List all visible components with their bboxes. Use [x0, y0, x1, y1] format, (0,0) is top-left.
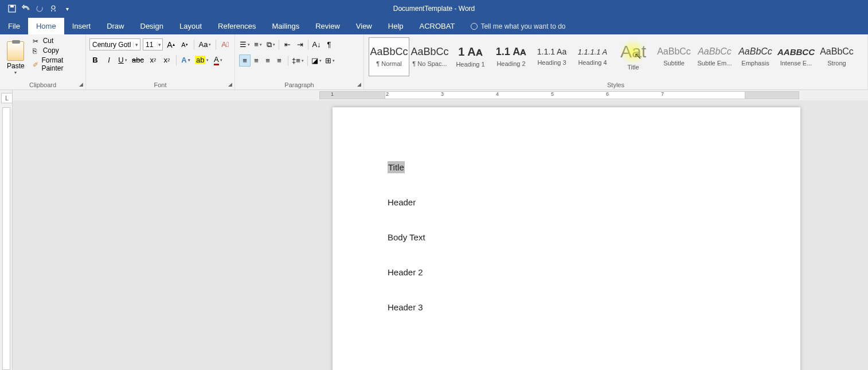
- ruler-number: 1: [331, 91, 334, 97]
- font-name-input[interactable]: [90, 41, 133, 49]
- document-line[interactable]: Header 3: [388, 302, 745, 312]
- text-effects-button[interactable]: A▾: [180, 54, 191, 66]
- tab-design[interactable]: Design: [132, 18, 171, 34]
- underline-button[interactable]: U▾: [117, 54, 128, 66]
- style-preview: 1.1.1 Aa: [537, 48, 566, 56]
- paragraph-launcher[interactable]: ◢: [355, 81, 362, 88]
- multilevel-button[interactable]: ⧉▾: [265, 38, 276, 50]
- tell-me-search[interactable]: Tell me what you want to do: [463, 18, 573, 34]
- copy-icon: ⎘: [33, 47, 41, 54]
- style-title[interactable]: AatTitle↖: [613, 37, 654, 76]
- align-left-button[interactable]: ≡: [239, 54, 251, 67]
- decrease-indent-button[interactable]: ⇤: [281, 38, 293, 50]
- style--no-spac-[interactable]: AaBbCc¶ No Spac...: [409, 37, 450, 76]
- justify-button[interactable]: ≡: [273, 54, 285, 67]
- font-name-combo[interactable]: ▾: [89, 38, 140, 50]
- scissors-icon: ✂: [33, 37, 41, 44]
- clipboard-launcher[interactable]: ◢: [77, 81, 84, 88]
- style-preview: AaBbCc: [820, 47, 854, 56]
- workspace: L 1234567 TitleHeaderBody TextHeader 2He…: [0, 90, 868, 370]
- bullets-button[interactable]: ☰▾: [238, 38, 251, 50]
- tab-layout[interactable]: Layout: [171, 18, 210, 34]
- clear-formatting-button[interactable]: A⃓: [220, 38, 231, 50]
- chevron-down-icon[interactable]: ▾: [133, 42, 140, 48]
- tab-home[interactable]: Home: [28, 18, 64, 34]
- style-subtitle[interactable]: AaBbCcSubtitle: [654, 37, 694, 76]
- show-marks-button[interactable]: ¶: [323, 38, 335, 50]
- save-icon[interactable]: [8, 5, 16, 13]
- style-subtle-em-[interactable]: AaBbCcSubtle Em...: [694, 37, 735, 76]
- style-label: ¶ No Spac...: [411, 60, 448, 67]
- style--normal[interactable]: AaBbCc¶ Normal: [369, 37, 409, 76]
- align-center-button[interactable]: ≡: [251, 54, 262, 67]
- format-painter-button[interactable]: ✐Format Painter: [30, 56, 82, 73]
- document-line[interactable]: Body Text: [388, 232, 745, 242]
- style-emphasis[interactable]: AaBbCcEmphasis: [735, 37, 776, 76]
- paste-button[interactable]: Paste ▾: [3, 36, 28, 80]
- tab-acrobat[interactable]: ACROBAT: [412, 18, 463, 34]
- borders-button[interactable]: ⊞▾: [324, 54, 336, 67]
- highlight-button[interactable]: ab▾: [194, 54, 210, 66]
- redo-icon[interactable]: [36, 5, 44, 13]
- qat-customize-icon[interactable]: ▾: [63, 5, 71, 13]
- style-preview: AaBbCc: [738, 47, 772, 56]
- font-size-input[interactable]: [143, 41, 157, 49]
- undo-icon[interactable]: [22, 5, 30, 13]
- tab-review[interactable]: Review: [307, 18, 348, 34]
- numbering-button[interactable]: ≡▾: [252, 38, 264, 50]
- quick-access-toolbar: ▾: [0, 5, 71, 13]
- style-label: Strong: [818, 60, 855, 67]
- grow-font-button[interactable]: A▴: [165, 38, 177, 50]
- paste-label: Paste: [7, 62, 25, 70]
- svg-point-3: [52, 6, 55, 9]
- touch-mode-icon[interactable]: [49, 5, 57, 13]
- tab-insert[interactable]: Insert: [64, 18, 99, 34]
- italic-button[interactable]: I: [103, 54, 115, 66]
- superscript-button[interactable]: x2: [161, 54, 173, 66]
- tab-selector[interactable]: L: [1, 93, 13, 103]
- tab-draw[interactable]: Draw: [99, 18, 132, 34]
- font-color-button[interactable]: A▾: [212, 54, 224, 66]
- align-right-button[interactable]: ≡: [262, 54, 273, 67]
- tab-references[interactable]: References: [210, 18, 264, 34]
- document-line[interactable]: Header 2: [388, 267, 745, 277]
- strikethrough-button[interactable]: abc: [131, 54, 145, 66]
- group-styles: AaBbCc¶ NormalAaBbCc¶ No Spac...1 AᴀHead…: [364, 34, 868, 89]
- change-case-button[interactable]: Aa▾: [198, 38, 212, 50]
- line-spacing-button[interactable]: ‡≡▾: [291, 54, 305, 67]
- style-heading-2[interactable]: 1.1 AᴀHeading 2: [491, 37, 531, 76]
- chevron-down-icon[interactable]: ▾: [157, 42, 162, 48]
- shading-button[interactable]: ◪▾: [310, 54, 323, 67]
- document-line[interactable]: Header: [388, 197, 745, 207]
- font-launcher[interactable]: ◢: [226, 81, 233, 88]
- style-strong[interactable]: AaBbCcStrong: [816, 37, 857, 76]
- style-preview: AaBbCc: [410, 46, 448, 57]
- document-page[interactable]: TitleHeaderBody TextHeader 2Header 3: [333, 107, 800, 370]
- style-heading-1[interactable]: 1 AᴀHeading 1: [450, 37, 491, 76]
- increase-indent-button[interactable]: ⇥: [294, 38, 306, 50]
- selected-text: Title: [388, 161, 405, 173]
- styles-gallery: AaBbCc¶ NormalAaBbCc¶ No Spac...1 AᴀHead…: [367, 36, 864, 76]
- document-area: 1234567 TitleHeaderBody TextHeader 2Head…: [13, 90, 868, 370]
- subscript-button[interactable]: x2: [147, 54, 159, 66]
- style-heading-3[interactable]: 1.1.1 AaHeading 3: [531, 37, 572, 76]
- bold-button[interactable]: B: [89, 54, 101, 66]
- cut-button[interactable]: ✂Cut: [30, 36, 82, 45]
- style-preview: Aat: [620, 43, 646, 60]
- tab-view[interactable]: View: [348, 18, 380, 34]
- style-heading-4[interactable]: 1.1.1.1 AHeading 4: [572, 37, 613, 76]
- brush-icon: ✐: [33, 61, 40, 68]
- copy-button[interactable]: ⎘Copy: [30, 46, 82, 55]
- sort-button[interactable]: A↓: [311, 38, 322, 50]
- document-line[interactable]: Title: [388, 162, 745, 172]
- tab-mailings[interactable]: Mailings: [264, 18, 308, 34]
- tab-file[interactable]: File: [0, 18, 28, 34]
- style-label: Subtitle: [655, 60, 693, 67]
- font-size-combo[interactable]: ▾: [143, 38, 163, 50]
- style-label: Heading 4: [574, 59, 611, 66]
- horizontal-ruler: 1234567: [13, 90, 868, 100]
- tab-help[interactable]: Help: [380, 18, 412, 34]
- style-intense-e-[interactable]: AABBCCIntense E...: [776, 37, 816, 76]
- shrink-font-button[interactable]: A▾: [179, 38, 190, 50]
- style-label: Subtle Em...: [696, 60, 733, 67]
